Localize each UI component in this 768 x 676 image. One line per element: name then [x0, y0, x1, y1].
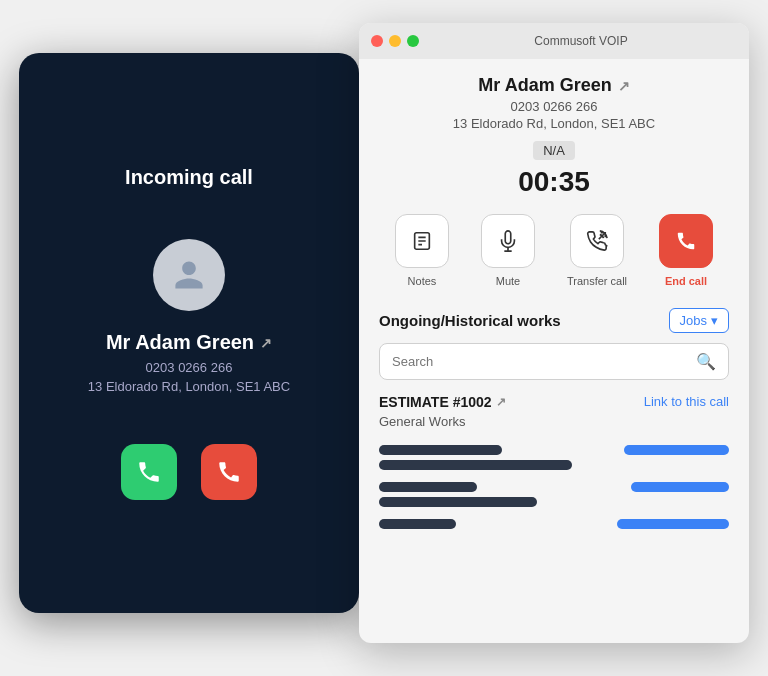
skeleton-group-3 — [379, 519, 729, 529]
transfer-label: Transfer call — [567, 274, 627, 288]
incoming-caller-phone: 0203 0266 266 — [146, 360, 233, 375]
end-call-icon-container — [659, 214, 713, 268]
notes-button[interactable]: Notes — [395, 214, 449, 288]
skeleton-bar — [379, 519, 456, 529]
skeleton-row-2b — [379, 497, 729, 507]
transfer-icon-container — [570, 214, 624, 268]
skeleton-row-2a — [379, 482, 729, 492]
estimate-row: ESTIMATE #1002 ↗ Link to this call — [379, 394, 729, 410]
scene: Incoming call Mr Adam Green ↗ 0203 0266 … — [19, 23, 749, 653]
skeleton-bar — [379, 460, 572, 470]
decline-call-button[interactable] — [201, 444, 257, 500]
link-to-call-button[interactable]: Link to this call — [644, 394, 729, 409]
accept-call-button[interactable] — [121, 444, 177, 500]
titlebar-expand-dot[interactable] — [407, 35, 419, 47]
voip-contact-phone: 0203 0266 266 — [379, 99, 729, 114]
skeleton-group-2 — [379, 482, 729, 507]
call-timer: 00:35 — [379, 166, 729, 198]
action-buttons: Notes Mute — [379, 214, 729, 288]
estimate-link-arrow: ↗ — [496, 395, 506, 409]
voip-titlebar-label: Commusoft VOIP — [425, 34, 737, 48]
incoming-call-buttons — [121, 444, 257, 500]
end-call-button[interactable]: End call — [659, 214, 713, 288]
search-input[interactable] — [392, 354, 696, 369]
mute-icon — [497, 230, 519, 252]
titlebar-close-dot[interactable] — [371, 35, 383, 47]
search-icon: 🔍 — [696, 352, 716, 371]
mute-icon-container — [481, 214, 535, 268]
svg-line-6 — [599, 233, 605, 239]
estimate-description: General Works — [379, 414, 729, 429]
transfer-icon — [586, 230, 608, 252]
works-section-header: Ongoing/Historical works Jobs ▾ — [379, 308, 729, 333]
skeleton-rows — [379, 445, 729, 529]
skeleton-row-3a — [379, 519, 729, 529]
status-badge: N/A — [533, 141, 575, 160]
incoming-call-title: Incoming call — [125, 166, 253, 189]
incoming-caller-name: Mr Adam Green ↗ — [106, 331, 272, 354]
transfer-call-button[interactable]: Transfer call — [567, 214, 627, 288]
incoming-call-panel: Incoming call Mr Adam Green ↗ 0203 0266 … — [19, 53, 359, 613]
contact-link-arrow: ↗ — [618, 78, 630, 94]
skeleton-bar — [379, 497, 537, 507]
status-badge-container: N/A — [379, 131, 729, 166]
skeleton-bar-blue — [617, 519, 729, 529]
mute-button[interactable]: Mute — [481, 214, 535, 288]
skeleton-row-1a — [379, 445, 729, 455]
skeleton-group-1 — [379, 445, 729, 470]
voip-titlebar: Commusoft VOIP — [359, 23, 749, 59]
skeleton-bar-blue — [631, 482, 729, 492]
titlebar-minimize-dot[interactable] — [389, 35, 401, 47]
caller-link-arrow: ↗ — [260, 335, 272, 351]
works-section-title: Ongoing/Historical works — [379, 312, 561, 329]
notes-icon-container — [395, 214, 449, 268]
caller-avatar — [153, 239, 225, 311]
voip-panel: Commusoft VOIP Mr Adam Green ↗ 0203 0266… — [359, 23, 749, 643]
estimate-number: ESTIMATE #1002 ↗ — [379, 394, 506, 410]
jobs-dropdown-label: Jobs — [680, 313, 707, 328]
voip-contact-name: Mr Adam Green ↗ — [379, 75, 729, 96]
notes-icon — [411, 230, 433, 252]
contact-section: Mr Adam Green ↗ 0203 0266 266 13 Eldorad… — [379, 75, 729, 198]
voip-contact-address: 13 Eldorado Rd, London, SE1 ABC — [379, 116, 729, 131]
jobs-dropdown[interactable]: Jobs ▾ — [669, 308, 729, 333]
end-call-label: End call — [665, 274, 707, 288]
skeleton-bar — [379, 445, 502, 455]
skeleton-bar-blue — [624, 445, 729, 455]
search-bar: 🔍 — [379, 343, 729, 380]
chevron-down-icon: ▾ — [711, 313, 718, 328]
person-icon — [172, 258, 206, 292]
accept-icon — [136, 459, 162, 485]
skeleton-row-1b — [379, 460, 729, 470]
voip-content: Mr Adam Green ↗ 0203 0266 266 13 Eldorad… — [359, 59, 749, 643]
skeleton-bar — [379, 482, 477, 492]
end-call-icon — [675, 230, 697, 252]
decline-icon — [216, 459, 242, 485]
incoming-caller-address: 13 Eldorado Rd, London, SE1 ABC — [88, 379, 290, 394]
notes-label: Notes — [408, 274, 437, 288]
mute-label: Mute — [496, 274, 520, 288]
